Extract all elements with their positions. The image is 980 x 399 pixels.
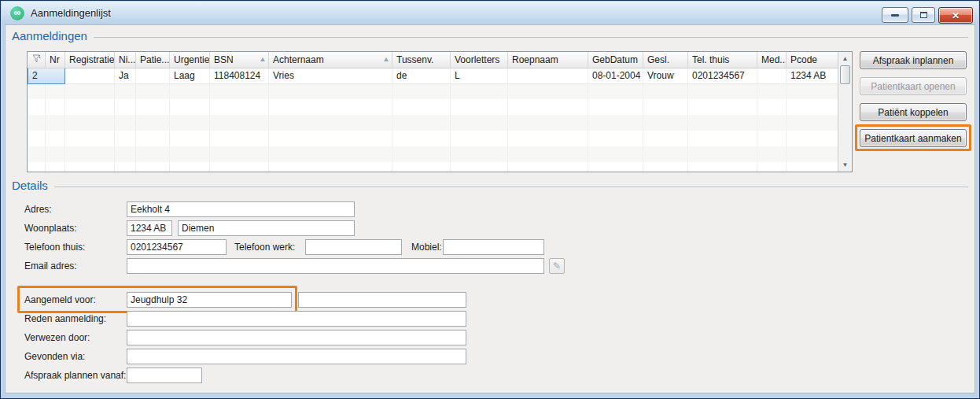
aanmeldingen-grid: 1 Nr Registratie... Ni... Patie... Urgen… [27,51,853,172]
grid-empty-row[interactable] [28,115,838,131]
grid-empty-row[interactable] [28,162,838,172]
grid-scrollbar[interactable]: ▲ ▼ [838,52,852,172]
aangemeld-voor-input-2[interactable] [298,292,466,308]
mobiel-input[interactable] [443,239,544,255]
telefoon-thuis-label: Telefoon thuis: [24,239,85,255]
column-header-gesl[interactable]: Gesl. [643,52,688,68]
grid-empty-row[interactable] [28,131,838,146]
grid-empty-row[interactable] [28,83,838,99]
column-header-voorletters[interactable]: Voorletters [451,52,508,68]
column-header-gebdatum[interactable]: GebDatum [588,52,643,68]
scrollbar-thumb[interactable] [840,65,850,84]
column-header-achternaam[interactable]: Achternaam [269,52,392,68]
gevonden-via-label: Gevonden via: [24,349,85,364]
group-details-title: Details [12,179,48,192]
column-header-med[interactable]: Med... [757,52,787,68]
plaats-input[interactable] [178,220,355,236]
mobiel-label: Mobiel: [411,239,442,255]
cell-med[interactable] [757,68,787,83]
email-edit-button[interactable]: ✎ [549,258,565,274]
sort-icon [384,57,389,61]
telefoon-werk-label: Telefoon werk: [234,239,295,255]
email-input[interactable] [127,258,544,274]
column-header-pcode[interactable]: Pcode [787,52,838,68]
column-header-tussenv[interactable]: Tussenv. [392,52,451,68]
app-window: ∞ Aanmeldingenlijst ✕ Aanmeldingen [0,0,980,399]
cell-tel-thuis[interactable]: 0201234567 [688,68,757,83]
group-aanmeldingen-title: Aanmeldingen [12,29,87,42]
grid-empty-row[interactable] [28,99,838,115]
cell-voorletters[interactable]: L [451,68,508,83]
column-header-nr[interactable]: Nr [46,52,65,68]
cell-gebdatum[interactable]: 08-01-2004 [588,68,643,83]
window-controls: ✕ [882,7,973,24]
restore-icon [920,12,927,18]
adres-label: Adres: [24,201,52,217]
patient-koppelen-button[interactable]: Patiënt koppelen [860,103,967,121]
gevonden-via-input[interactable] [127,349,466,364]
telefoon-werk-input[interactable] [305,239,402,255]
cell-gesl[interactable]: Vrouw [643,68,688,83]
patientkaart-aanmaken-button[interactable]: Patientkaart aanmaken [860,129,967,147]
column-header-ni[interactable]: Ni... [115,52,136,68]
afspraak-inplannen-button[interactable]: Afspraak inplannen [860,51,967,69]
group-details: Details [12,179,968,192]
cell-urgentie[interactable]: Laag [170,68,210,83]
afspraak-plannen-vanaf-input[interactable] [127,368,202,383]
cell-roepnaam[interactable] [508,68,588,83]
patientkaart-openen-button[interactable]: Patientkaart openen [860,77,967,95]
postcode-input[interactable] [127,220,172,236]
grid-header-row: 1 Nr Registratie... Ni... Patie... Urgen… [28,52,838,68]
column-header-bsn[interactable]: BSN [210,52,269,68]
scroll-up-icon[interactable]: ▲ [838,53,852,65]
sort-icon [260,57,265,61]
reden-aanmelding-label: Reden aanmelding: [24,311,106,327]
app-icon: ∞ [10,6,24,20]
cell-registratie[interactable] [65,68,115,83]
cell-ni[interactable]: Ja [115,68,136,83]
pencil-icon: ✎ [553,260,561,272]
aangemeld-voor-label: Aangemeld voor: [24,292,96,308]
column-header-urgentie[interactable]: Urgentie [170,52,210,68]
cell-achternaam[interactable]: Vries [269,68,392,83]
woonplaats-label: Woonplaats: [24,220,77,236]
cell-tussenv[interactable]: de [392,68,451,83]
cell-patie[interactable] [136,68,170,83]
verwezen-door-input[interactable] [127,330,466,345]
column-header-tel-thuis[interactable]: Tel. thuis [688,52,757,68]
column-header-roepnaam[interactable]: Roepnaam [508,52,588,68]
reden-aanmelding-input[interactable] [127,311,466,327]
titlebar: ∞ Aanmeldingenlijst [2,2,978,24]
svg-text:1: 1 [39,54,41,59]
grid-data-row[interactable]: 2 Ja Laag 118408124 Vries de L 08-01-200… [28,68,838,83]
maximize-button[interactable] [912,7,935,23]
cell-bsn[interactable]: 118408124 [210,68,269,83]
verwezen-door-label: Verwezen door: [24,330,90,345]
group-rule [54,187,968,187]
cell-nr-selected[interactable]: 2 [28,68,65,83]
window-title: Aanmeldingenlijst [31,7,111,19]
grid-main: 1 Nr Registratie... Ni... Patie... Urgen… [28,52,838,172]
scroll-down-icon[interactable]: ▼ [838,159,852,171]
aangemeld-voor-input[interactable] [127,292,292,308]
email-label: Email adres: [24,258,77,274]
column-header-registratie[interactable]: Registratie... [65,52,115,68]
filter-icon: 1 [32,54,42,64]
close-button[interactable]: ✕ [938,7,973,24]
minimize-button[interactable] [882,7,908,23]
minimize-icon [891,14,899,17]
close-icon: ✕ [952,10,960,21]
column-header-indicator[interactable]: 1 [28,52,46,68]
cell-pcode[interactable]: 1234 AB [787,68,838,83]
telefoon-thuis-input[interactable] [127,239,227,255]
grid-empty-row[interactable] [28,146,838,162]
group-rule [94,37,968,38]
afspraak-plannen-vanaf-label: Afspraak plannen vanaf: [24,368,126,383]
column-header-patie[interactable]: Patie... [136,52,170,68]
group-aanmeldingen: Aanmeldingen [12,29,968,42]
adres-input[interactable] [127,201,355,217]
